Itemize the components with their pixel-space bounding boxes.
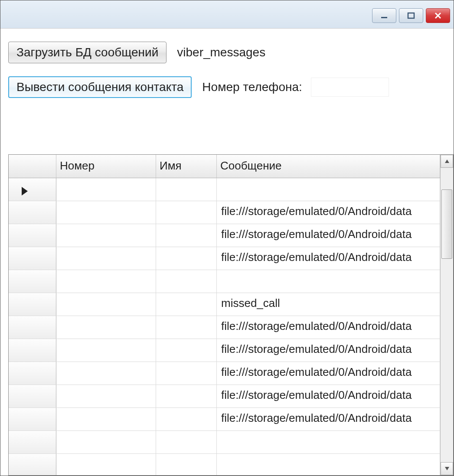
cell-message: file:///storage/emulated/0/Android/data bbox=[217, 362, 440, 385]
cell-name bbox=[156, 270, 217, 293]
svg-rect-1 bbox=[408, 13, 414, 18]
cell-message: file:///storage/emulated/0/Android/data bbox=[217, 247, 440, 270]
app-window: Загрузить БД сообщений viber_messages Вы… bbox=[0, 0, 454, 476]
cell-message bbox=[217, 178, 440, 201]
table-row[interactable]: file:///storage/emulated/0/Android/data bbox=[9, 201, 440, 224]
chevron-up-icon bbox=[444, 159, 450, 164]
cell-number bbox=[56, 362, 156, 385]
table-row[interactable]: file:///storage/emulated/0/Android/data bbox=[9, 316, 440, 339]
chevron-down-icon bbox=[444, 466, 450, 471]
grid-body: file:///storage/emulated/0/Android/dataf… bbox=[9, 178, 440, 475]
row-indicator bbox=[9, 178, 56, 201]
row-indicator bbox=[9, 408, 56, 430]
cell-message bbox=[217, 454, 440, 475]
cell-name bbox=[156, 201, 217, 224]
column-header-number[interactable]: Номер bbox=[56, 155, 156, 178]
row-indicator bbox=[9, 339, 56, 362]
cell-message: file:///storage/emulated/0/Android/data bbox=[217, 339, 440, 362]
load-db-button[interactable]: Загрузить БД сообщений bbox=[8, 42, 167, 63]
minimize-icon bbox=[380, 11, 389, 20]
maximize-button[interactable] bbox=[399, 8, 423, 23]
table-row[interactable]: file:///storage/emulated/0/Android/data bbox=[9, 408, 440, 431]
cell-name bbox=[156, 293, 217, 316]
cell-number bbox=[56, 201, 156, 224]
row-indicator bbox=[9, 431, 56, 453]
cell-name bbox=[156, 247, 217, 270]
cell-name bbox=[156, 224, 217, 247]
table-row[interactable] bbox=[9, 431, 440, 454]
table-row[interactable]: file:///storage/emulated/0/Android/data bbox=[9, 339, 440, 362]
minimize-button[interactable] bbox=[372, 8, 396, 23]
cell-number bbox=[56, 247, 156, 270]
row-indicator bbox=[9, 270, 56, 293]
cell-name bbox=[156, 431, 217, 453]
cell-message: file:///storage/emulated/0/Android/data bbox=[217, 201, 440, 224]
messages-grid[interactable]: Номер Имя Сообщение file:///storage/emul… bbox=[8, 154, 454, 476]
row-indicator bbox=[9, 385, 56, 408]
cell-number bbox=[56, 316, 156, 339]
current-row-arrow-icon bbox=[22, 187, 28, 196]
column-header-name[interactable]: Имя bbox=[156, 155, 217, 178]
export-contact-messages-button[interactable]: Вывести сообщения контакта bbox=[8, 76, 192, 98]
vertical-scrollbar[interactable] bbox=[440, 155, 453, 475]
cell-number bbox=[56, 454, 156, 475]
cell-name bbox=[156, 339, 217, 362]
cell-number bbox=[56, 408, 156, 430]
cell-number bbox=[56, 431, 156, 453]
cell-number bbox=[56, 385, 156, 408]
table-row[interactable] bbox=[9, 270, 440, 293]
scroll-up-button[interactable] bbox=[441, 155, 453, 168]
row-indicator bbox=[9, 201, 56, 224]
table-row[interactable]: file:///storage/emulated/0/Android/data bbox=[9, 247, 440, 270]
cell-message: missed_call bbox=[217, 293, 440, 316]
row-indicator bbox=[9, 362, 56, 385]
cell-name bbox=[156, 385, 217, 408]
row-indicator bbox=[9, 316, 56, 339]
client-area: Загрузить БД сообщений viber_messages Вы… bbox=[0, 29, 454, 476]
toolbar: Загрузить БД сообщений viber_messages Вы… bbox=[0, 29, 454, 115]
cell-number bbox=[56, 293, 156, 316]
table-row[interactable]: missed_call bbox=[9, 293, 440, 316]
cell-name bbox=[156, 362, 217, 385]
close-button[interactable] bbox=[426, 8, 450, 23]
table-row[interactable]: file:///storage/emulated/0/Android/data bbox=[9, 385, 440, 408]
table-row[interactable]: file:///storage/emulated/0/Android/data bbox=[9, 224, 440, 247]
column-header-indicator[interactable] bbox=[9, 155, 56, 178]
column-header-message[interactable]: Сообщение bbox=[217, 155, 440, 178]
row-indicator bbox=[9, 454, 56, 475]
cell-name bbox=[156, 454, 217, 475]
cell-number bbox=[56, 339, 156, 362]
phone-number-input[interactable] bbox=[311, 78, 389, 97]
phone-number-label: Номер телефона: bbox=[202, 80, 302, 94]
cell-name bbox=[156, 178, 217, 201]
cell-message: file:///storage/emulated/0/Android/data bbox=[217, 385, 440, 408]
scroll-thumb[interactable] bbox=[441, 189, 452, 259]
titlebar bbox=[0, 0, 454, 29]
cell-message bbox=[217, 431, 440, 453]
grid-header: Номер Имя Сообщение bbox=[9, 155, 440, 178]
row-indicator bbox=[9, 247, 56, 270]
cell-name bbox=[156, 408, 217, 430]
table-row[interactable] bbox=[9, 178, 440, 201]
svg-marker-4 bbox=[445, 160, 449, 163]
cell-name bbox=[156, 316, 217, 339]
cell-message: file:///storage/emulated/0/Android/data bbox=[217, 408, 440, 430]
cell-number bbox=[56, 178, 156, 201]
close-icon bbox=[434, 11, 442, 20]
db-name-label: viber_messages bbox=[177, 46, 265, 59]
svg-marker-5 bbox=[445, 467, 449, 470]
svg-rect-0 bbox=[381, 17, 387, 18]
table-row[interactable] bbox=[9, 454, 440, 475]
maximize-icon bbox=[407, 11, 415, 20]
cell-message: file:///storage/emulated/0/Android/data bbox=[217, 316, 440, 339]
row-indicator bbox=[9, 293, 56, 316]
row-indicator bbox=[9, 224, 56, 247]
scroll-down-button[interactable] bbox=[441, 462, 453, 475]
table-row[interactable]: file:///storage/emulated/0/Android/data bbox=[9, 362, 440, 385]
cell-message: file:///storage/emulated/0/Android/data bbox=[217, 224, 440, 247]
cell-message bbox=[217, 270, 440, 293]
cell-number bbox=[56, 270, 156, 293]
cell-number bbox=[56, 224, 156, 247]
